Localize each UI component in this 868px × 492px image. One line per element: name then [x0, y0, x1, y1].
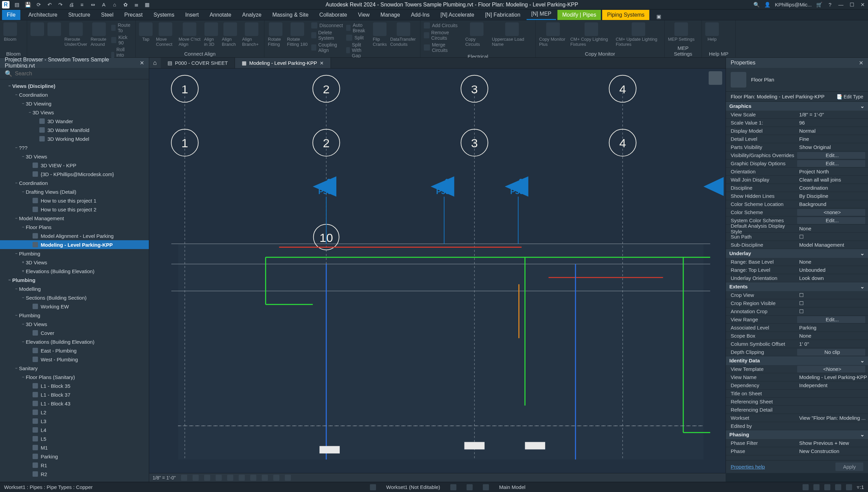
prop-row[interactable]: Display ModelNormal — [726, 127, 868, 135]
prop-row[interactable]: Color Scheme LocationBackground — [726, 200, 868, 208]
user-icon[interactable]: 👤 — [764, 1, 771, 8]
prop-row[interactable]: View Template<None> — [726, 365, 868, 373]
qat-undo-icon[interactable]: ↶ — [46, 1, 53, 8]
tree-item[interactable]: R1 — [0, 461, 149, 470]
prop-row[interactable]: Phase FilterShow Previous + New — [726, 439, 868, 447]
scale-display[interactable]: 1/8" = 1'-0" — [153, 475, 176, 480]
qat-dim-icon[interactable]: ⇔ — [90, 1, 96, 8]
visual-style-icon[interactable] — [193, 475, 199, 481]
prop-row[interactable]: Detail LevelFine — [726, 135, 868, 143]
help-mp-button[interactable]: Help — [705, 22, 719, 42]
crop-region-icon[interactable] — [250, 475, 256, 481]
active-workset[interactable]: Workset1 (Not Editable) — [386, 484, 440, 490]
shadows-icon[interactable] — [216, 475, 222, 481]
prop-category[interactable]: Identity Data⌄ — [726, 356, 868, 365]
tab-insert[interactable]: Insert — [180, 10, 203, 20]
tab-systems[interactable]: Systems — [149, 10, 179, 20]
split-button[interactable]: Split — [346, 35, 369, 41]
tree-item[interactable]: −Coordination — [0, 90, 149, 99]
properties-help-link[interactable]: Properties help — [731, 464, 765, 470]
prop-row[interactable]: Parts VisibilityShow Original — [726, 143, 868, 151]
tree-item[interactable]: How to use this project 2 — [0, 205, 149, 214]
tree-item[interactable]: −Elevations (Building Elevation) — [0, 337, 149, 346]
prop-row[interactable]: Graphic Display OptionsEdit... — [726, 159, 868, 168]
prop-row[interactable]: Edited by — [726, 422, 868, 430]
prop-row[interactable]: DependencyIndependent — [726, 381, 868, 390]
help-icon[interactable]: ? — [827, 1, 833, 8]
tree-item[interactable]: −Plumbing — [0, 249, 149, 258]
copy-circuits-button[interactable]: Copy Circuits — [465, 22, 488, 47]
tree-item[interactable]: −Sanitary — [0, 364, 149, 373]
auto-break-button[interactable]: Auto Break — [346, 22, 369, 33]
tree-item[interactable]: −??? — [0, 143, 149, 152]
tree-item[interactable]: −3D Views — [0, 108, 149, 117]
tab-manage[interactable]: Manage — [376, 10, 405, 20]
doc-tab-modeling[interactable]: ▦Modeling - Level Parking-KPP✕ — [235, 58, 331, 68]
minimize-icon[interactable]: — — [837, 1, 844, 8]
tree-item[interactable]: L5 — [0, 434, 149, 443]
tree-item[interactable]: L1 - Block 37 — [0, 390, 149, 399]
tree-item[interactable]: Model Alignment - Level Parking — [0, 231, 149, 240]
tab-piping-systems[interactable]: Piping Systems — [602, 10, 649, 20]
tree-item[interactable]: {3D - KPhillips@Microdesk.com} — [0, 170, 149, 178]
prop-row[interactable]: Annotation Crop☐ — [726, 307, 868, 316]
prop-row[interactable]: Range: Top LevelUnbounded — [726, 266, 868, 274]
tree-item[interactable]: −Plumbing — [0, 311, 149, 320]
props-grid[interactable]: Graphics⌄View Scale1/8" = 1'-0"Scale Val… — [726, 102, 868, 460]
cm-update-fixtures-button[interactable]: CM+ Update Lighting Fixtures — [616, 22, 661, 47]
rotate-fitting-button[interactable]: Rotate Fitting — [268, 22, 283, 47]
prop-row[interactable]: PhaseNew Construction — [726, 447, 868, 455]
exclude-options-icon[interactable] — [483, 484, 489, 490]
tree-item[interactable]: 3D Working Model — [0, 134, 149, 143]
tree-item[interactable]: 3D VIEW - KPP — [0, 161, 149, 170]
tree-item[interactable]: −Plumbing — [0, 276, 149, 284]
prop-row[interactable]: Title on Sheet — [726, 390, 868, 398]
qat-thin-icon[interactable]: ≣ — [133, 1, 140, 8]
render-icon[interactable] — [227, 475, 233, 481]
tree-item[interactable]: L1 - Block 35 — [0, 381, 149, 390]
sun-path-icon[interactable] — [204, 475, 210, 481]
temporary-hide-icon[interactable] — [273, 475, 279, 481]
prop-row[interactable]: Scale Value 1:96 — [726, 119, 868, 127]
align-3d-button[interactable]: Align in 3D — [204, 22, 218, 47]
prop-row[interactable]: WorksetView "Floor Plan: Modeling ... — [726, 414, 868, 422]
prop-row[interactable]: Show Hidden LinesBy Discipline — [726, 192, 868, 200]
infocenter-icon[interactable]: 🔍 — [753, 1, 760, 8]
tree-item[interactable]: −3D Views — [0, 152, 149, 161]
cart-icon[interactable]: 🛒 — [816, 1, 823, 8]
qat-close-icon[interactable]: ▦ — [144, 1, 151, 8]
tree-item[interactable]: −Floor Plans — [0, 223, 149, 231]
drag-elements-icon[interactable] — [846, 484, 852, 490]
main-model-label[interactable]: Main Model — [499, 484, 526, 490]
prop-row[interactable]: Sun Path☐ — [726, 233, 868, 241]
tree-item[interactable]: Cover — [0, 328, 149, 337]
apply-button[interactable]: Apply — [835, 462, 863, 471]
tab-massing[interactable]: Massing & Site — [268, 10, 313, 20]
tree-item[interactable]: −Model Management — [0, 214, 149, 223]
tab-naccel[interactable]: [N] Accelerate — [436, 10, 479, 20]
copy-monitor-plus-button[interactable]: Copy Monitor Plus — [539, 22, 567, 47]
tree-item[interactable]: −Modelling — [0, 284, 149, 293]
design-options-icon[interactable] — [450, 484, 456, 490]
prop-row[interactable]: View RangeEdit... — [726, 316, 868, 324]
workset-icon[interactable] — [370, 484, 376, 490]
prop-row[interactable]: Column Symbolic Offset1' 0" — [726, 340, 868, 348]
prop-row[interactable]: Underlay OrientationLook down — [726, 274, 868, 282]
qat-measure-icon[interactable]: ≡ — [79, 1, 85, 8]
prop-row[interactable]: Color Scheme<none> — [726, 208, 868, 216]
type-selector[interactable]: Floor Plan — [726, 68, 868, 92]
browser-search-input[interactable] — [15, 71, 144, 77]
select-links-icon[interactable] — [803, 484, 809, 490]
tree-item[interactable]: L3 — [0, 417, 149, 425]
uppercase-loadname-button[interactable]: Uppercase Load Name — [492, 22, 532, 47]
tab-addins[interactable]: Add-Ins — [406, 10, 434, 20]
qat-set-icon[interactable]: ✿ — [122, 1, 129, 8]
tree-item[interactable]: M1 — [0, 443, 149, 452]
prop-row[interactable]: View NameModeling - Level Parking-KPP — [726, 373, 868, 381]
tree-item[interactable]: −3D Viewing — [0, 99, 149, 108]
select-face-icon[interactable] — [835, 484, 841, 490]
rotate-fitting180-button[interactable]: Rotate Fitting 180 — [287, 22, 308, 47]
properties-close-icon[interactable]: ✕ — [859, 60, 863, 66]
prop-category[interactable]: Underlay⌄ — [726, 249, 868, 258]
tab-structure[interactable]: Structure — [63, 10, 95, 20]
